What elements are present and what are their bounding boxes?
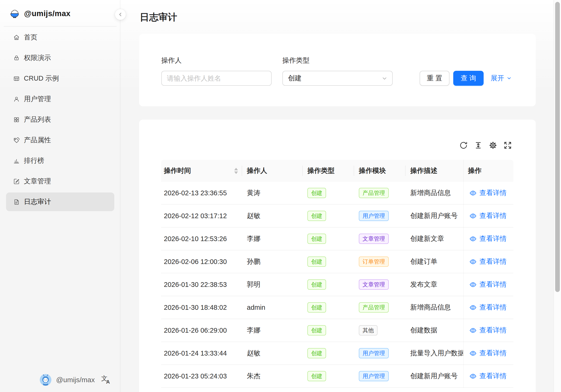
sidebar-item-audit[interactable]: 日志审计: [6, 192, 114, 211]
filter-card: 操作人 操作类型 创建 重 置 查 询 展开: [139, 34, 536, 106]
cell-time: 2026-02-06 12:00:30: [161, 250, 242, 273]
sidebar-item-access[interactable]: 权限演示: [6, 49, 114, 67]
translate-icon[interactable]: 文 A: [101, 374, 111, 385]
ant-mascot-icon: [40, 374, 51, 386]
module-tag: 文章管理: [359, 279, 389, 290]
view-detail-link[interactable]: 查看详情: [463, 365, 513, 387]
view-detail-link[interactable]: 查看详情: [463, 228, 513, 250]
module-tag: 产品管理: [359, 188, 389, 198]
cell-time: 2026-01-24 13:33:44: [161, 342, 242, 364]
eye-icon: [469, 373, 477, 380]
cell-type: 创建: [303, 273, 354, 296]
view-detail-link[interactable]: 查看详情: [463, 273, 513, 296]
eye-icon: [469, 327, 477, 334]
cell-type: 创建: [303, 319, 354, 341]
sidebar-item-ranking[interactable]: 排行榜: [6, 151, 114, 170]
cell-desc: 新增商品信息: [406, 182, 463, 204]
table-row: 2026-01-30 18:48:02 admin 创建 产品管理 新增商品信息…: [161, 296, 513, 319]
cell-type: 创建: [303, 250, 354, 273]
cell-module: 其他: [354, 319, 406, 341]
caret-down-icon: [234, 171, 238, 174]
expand-label: 展开: [491, 74, 504, 83]
table-header: 操作时间 操作人 操作类型 操作模块 操作描述 操作: [161, 160, 513, 182]
cell-module: 用户管理: [354, 205, 406, 227]
eye-icon: [469, 190, 477, 197]
view-detail-link[interactable]: 查看详情: [463, 250, 513, 273]
column-header-action: 操作: [463, 160, 513, 182]
view-detail-link[interactable]: 查看详情: [463, 205, 513, 227]
operator-input[interactable]: [161, 71, 272, 86]
bar-chart-icon: [13, 158, 20, 164]
expand-link[interactable]: 展开: [491, 71, 512, 86]
column-height-icon: [474, 141, 483, 149]
menu-item-label: 用户管理: [24, 94, 51, 104]
cell-type: 创建: [303, 182, 354, 204]
sidebar-item-articles[interactable]: 文章管理: [6, 172, 114, 191]
reset-button[interactable]: 重 置: [420, 71, 450, 86]
type-tag: 创建: [307, 233, 326, 244]
column-setting-button[interactable]: [489, 141, 497, 149]
operation-type-select[interactable]: 创建: [282, 71, 393, 86]
search-button[interactable]: 查 询: [453, 71, 484, 86]
sidebar-item-users[interactable]: 用户管理: [6, 90, 114, 108]
file-text-icon: [13, 199, 20, 205]
type-tag: 创建: [307, 256, 326, 267]
column-header-desc: 操作描述: [406, 160, 463, 182]
table-row: 2026-02-10 12:53:26 李娜 创建 文章管理 创建新文章 查看详…: [161, 228, 513, 250]
cell-module: 用户管理: [354, 342, 406, 364]
table-row: 2026-02-13 23:36:55 黄涛 创建 产品管理 新增商品信息 查看…: [161, 182, 513, 205]
reload-button[interactable]: [459, 141, 468, 149]
fullscreen-button[interactable]: [504, 141, 512, 149]
menu-item-label: 产品属性: [24, 136, 51, 145]
eye-icon: [469, 235, 477, 243]
sidebar-item-home[interactable]: 首页: [6, 28, 114, 47]
menu-item-label: 文章管理: [24, 177, 51, 186]
table-row: 2026-01-23 05:24:03 朱杰 创建 用户管理 创建新用户账号 查…: [161, 365, 513, 388]
cell-desc: 创建新文章: [406, 228, 463, 250]
sidebar-menu: 首页 权限演示 CRUD 示例 用户管理 产品列表 产品属性 排行榜 文章管理 …: [0, 28, 120, 213]
table-icon: [13, 75, 20, 82]
menu-item-label: 排行榜: [24, 156, 44, 165]
cell-module: 文章管理: [354, 228, 406, 250]
view-detail-link[interactable]: 查看详情: [463, 342, 513, 364]
view-detail-link[interactable]: 查看详情: [463, 319, 513, 341]
cell-time: 2026-02-10 12:53:26: [161, 228, 242, 250]
module-tag: 文章管理: [359, 233, 389, 244]
column-header-type: 操作类型: [303, 160, 354, 182]
cell-desc: 创建新用户账号: [406, 365, 463, 387]
cell-type: 创建: [303, 342, 354, 364]
cell-time: 2026-01-26 06:29:00: [161, 319, 242, 341]
view-detail-link[interactable]: 查看详情: [463, 296, 513, 319]
table-row: 2026-01-24 13:33:44 赵敏 创建 用户管理 批量导入用户数据 …: [161, 342, 513, 365]
sorter-icon[interactable]: [234, 168, 238, 174]
cell-time: 2026-01-23 05:24:03: [161, 365, 242, 387]
app-root: @umijs/max 首页 权限演示 CRUD 示例 用户管理 产品列表 产品属…: [0, 0, 561, 392]
gear-icon: [489, 141, 497, 149]
cell-desc: 新增商品信息: [406, 296, 463, 319]
column-header-time[interactable]: 操作时间: [161, 160, 242, 182]
cell-module: 订单管理: [354, 250, 406, 273]
scrollbar-thumb[interactable]: [555, 2, 560, 292]
view-detail-link[interactable]: 查看详情: [463, 182, 513, 204]
user-icon: [13, 96, 20, 103]
sidebar-item-crud[interactable]: CRUD 示例: [6, 69, 114, 88]
type-tag: 创建: [307, 348, 326, 358]
cell-time: 2026-01-30 22:38:53: [161, 273, 242, 296]
cell-type: 创建: [303, 228, 354, 250]
sidebar-item-attributes[interactable]: 产品属性: [6, 131, 114, 149]
audit-log-table: 操作时间 操作人 操作类型 操作模块 操作描述 操作 2026-02-13 23…: [161, 160, 513, 388]
cell-desc: 创建数据: [406, 319, 463, 341]
brand[interactable]: @umijs/max: [9, 6, 71, 21]
type-tag: 创建: [307, 371, 326, 381]
sidebar-item-products[interactable]: 产品列表: [6, 110, 114, 129]
type-tag: 创建: [307, 279, 326, 290]
type-tag: 创建: [307, 325, 326, 336]
sidebar: @umijs/max 首页 权限演示 CRUD 示例 用户管理 产品列表 产品属…: [0, 0, 120, 392]
density-button[interactable]: [474, 141, 483, 149]
avatar[interactable]: [40, 374, 51, 386]
menu-item-label: CRUD 示例: [24, 74, 59, 83]
sidebar-collapse-button[interactable]: [115, 9, 126, 20]
cell-desc: 创建订单: [406, 250, 463, 273]
column-header-module: 操作模块: [354, 160, 406, 182]
table-body: 2026-02-13 23:36:55 黄涛 创建 产品管理 新增商品信息 查看…: [161, 182, 513, 388]
